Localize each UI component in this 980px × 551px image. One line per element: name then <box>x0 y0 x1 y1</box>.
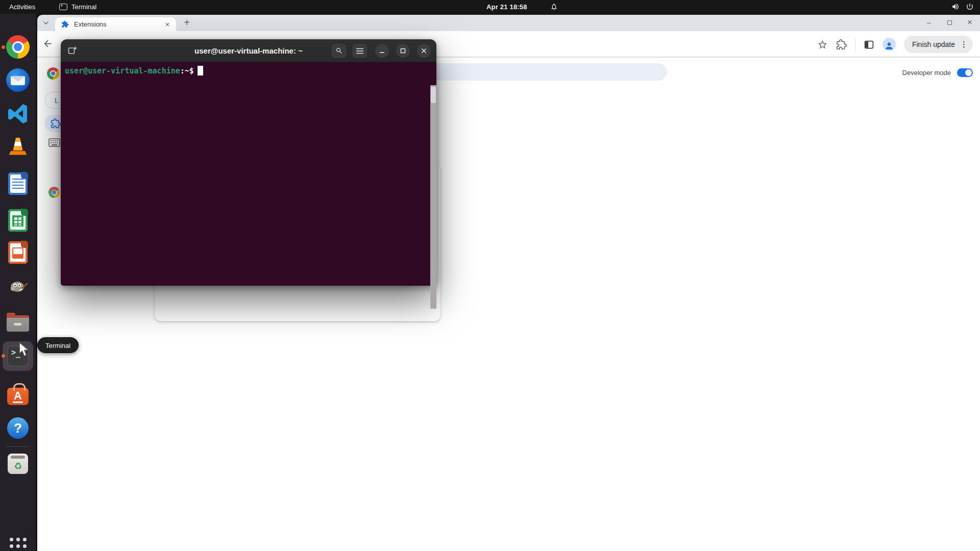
dock-item-files[interactable] <box>4 307 32 335</box>
dock-item-vscode[interactable] <box>4 100 32 128</box>
top-bar: Activities Terminal Apr 21 18:58 <box>0 0 980 14</box>
bookmark-star-icon[interactable] <box>817 39 828 50</box>
prompt-user-host: user@user-virtual-machine <box>65 66 180 76</box>
libreoffice-writer-icon <box>8 172 28 195</box>
dock-item-chrome[interactable] <box>4 33 32 61</box>
chrome-icon <box>6 35 30 59</box>
terminal-window: user@user-virtual-machine: ~ user@user-v… <box>61 39 436 286</box>
tab-close-icon[interactable]: × <box>163 20 172 29</box>
mouse-cursor <box>17 342 31 357</box>
power-icon <box>966 3 974 11</box>
dock: >_ A ? ♻ <box>0 14 36 551</box>
chrome-web-store-icon[interactable] <box>48 187 60 198</box>
minimize-button[interactable]: – <box>925 16 933 29</box>
dock-item-vlc[interactable] <box>4 133 32 161</box>
close-button[interactable]: × <box>966 16 974 29</box>
finish-update-button[interactable]: Finish update ⋮ <box>904 36 973 53</box>
load-unpacked-label: L <box>55 96 59 105</box>
focused-app-menu[interactable]: Terminal <box>59 0 96 14</box>
libreoffice-calc-icon <box>8 209 28 232</box>
terminal-mini-icon <box>59 4 67 10</box>
vscode-icon <box>6 102 30 126</box>
terminal-close-icon[interactable] <box>417 44 431 58</box>
terminal-search-icon[interactable] <box>331 43 347 59</box>
dock-item-trash[interactable]: ♻ <box>4 450 32 478</box>
vlc-icon <box>6 135 30 159</box>
dock-item-libreoffice-impress[interactable] <box>4 239 32 266</box>
help-icon: ? <box>7 417 29 439</box>
clock[interactable]: Apr 21 18:58 <box>486 0 527 14</box>
chrome-logo-icon <box>47 67 59 80</box>
terminal-header-bar[interactable]: user@user-virtual-machine: ~ <box>61 39 436 62</box>
tab-title: Extensions <box>74 20 163 28</box>
libreoffice-impress-icon <box>8 241 28 264</box>
developer-mode-row: Developer mode <box>902 68 973 77</box>
browser-window-controls: – × <box>925 16 974 29</box>
extensions-nav-puzzle-icon <box>51 118 61 129</box>
maximize-button[interactable] <box>945 16 953 29</box>
extensions-puzzle-icon[interactable] <box>836 39 847 50</box>
terminal-menu-icon[interactable] <box>352 43 368 59</box>
dock-separator <box>7 446 29 447</box>
finish-update-label: Finish update <box>912 40 955 48</box>
dock-tooltip: Terminal <box>37 337 79 353</box>
trash-icon: ♻ <box>8 454 28 474</box>
system-status-area[interactable] <box>951 3 974 11</box>
developer-mode-toggle[interactable] <box>957 68 973 77</box>
extensions-favicon <box>61 20 69 28</box>
terminal-maximize-icon[interactable] <box>396 44 410 58</box>
toolbar-right-group: Finish update ⋮ <box>817 36 973 53</box>
app-grid-icon <box>8 536 28 551</box>
terminal-new-tab-button[interactable] <box>66 44 80 58</box>
dock-item-libreoffice-calc[interactable] <box>4 207 32 234</box>
tab-strip: Extensions × + – × <box>37 15 980 31</box>
profile-avatar[interactable] <box>883 38 896 51</box>
terminal-prompt: user@user-virtual-machine:~$ <box>65 66 203 76</box>
toolbar-separator <box>855 38 855 51</box>
dock-item-libreoffice-writer[interactable] <box>4 170 32 197</box>
dock-item-gimp[interactable] <box>4 273 32 300</box>
developer-mode-label: Developer mode <box>902 69 951 77</box>
focused-app-label: Terminal <box>71 3 96 11</box>
dock-item-thunderbird[interactable] <box>4 66 32 94</box>
dock-item-app-grid[interactable] <box>4 532 32 551</box>
tab-search-chevron-icon[interactable] <box>42 19 50 27</box>
terminal-scrollbar[interactable] <box>430 85 436 309</box>
terminal-screen[interactable]: user@user-virtual-machine:~$ <box>61 62 436 286</box>
terminal-scrollbar-thumb[interactable] <box>431 87 436 103</box>
bell-icon[interactable] <box>550 3 558 11</box>
ubuntu-software-icon: A <box>7 388 29 405</box>
side-panel-icon[interactable] <box>864 39 874 50</box>
gimp-icon <box>6 275 30 298</box>
activities-button[interactable]: Activities <box>9 0 35 14</box>
kebab-menu-icon[interactable]: ⋮ <box>960 42 968 47</box>
new-tab-button[interactable]: + <box>181 17 193 29</box>
back-icon[interactable] <box>42 38 53 49</box>
speaker-icon <box>951 3 960 11</box>
dock-item-ubuntu-software[interactable]: A <box>4 380 32 408</box>
terminal-cursor <box>198 66 203 76</box>
thunderbird-icon <box>6 68 30 92</box>
tab-extensions[interactable]: Extensions × <box>55 17 176 31</box>
prompt-tail: :~$ <box>180 66 194 76</box>
keyboard-shortcuts-icon[interactable] <box>48 138 60 147</box>
dock-item-help[interactable]: ? <box>4 414 32 442</box>
folder-icon <box>7 315 29 332</box>
terminal-minimize-icon[interactable] <box>375 44 389 58</box>
